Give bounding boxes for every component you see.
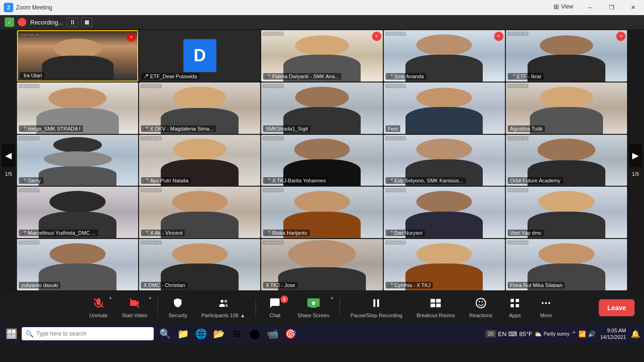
weather-desc: Partly sunny — [544, 331, 570, 337]
video-cell-cynthia[interactable]: orbit Kick-off 🎤 Cynthia - X TKJ — [384, 239, 505, 290]
svg-point-21 — [545, 302, 547, 304]
reactions-button[interactable]: Reactions — [463, 295, 498, 321]
start-video-button[interactable]: Start Video ▲ — [116, 295, 153, 321]
mic-icon-12: 🎤 — [143, 178, 149, 183]
minimize-button[interactable]: ─ — [579, 0, 601, 15]
security-button[interactable]: Security — [163, 295, 193, 321]
unmute-button[interactable]: Unmute ▲ — [84, 295, 114, 321]
apps-button[interactable]: Apps — [501, 295, 529, 321]
clock[interactable]: 9:05 AM 14/12/2021 — [597, 327, 629, 341]
video-cell-ayu[interactable]: orbit Kick-off 🎤 Ayu Putri Natalia — [139, 135, 260, 186]
orbit-watermark-14: orbit Kick-off — [385, 136, 406, 140]
mic-muted-icon: 🎤 — [143, 74, 149, 79]
taskbar-search-box[interactable]: 🔍 — [22, 327, 154, 340]
video-cell-marcellinus[interactable]: orbit Kick-off 🎤 Marcellinus Yudhista_DM… — [17, 187, 138, 238]
more-icon — [540, 297, 552, 312]
next-page-button[interactable]: ▶ — [629, 144, 642, 167]
video-cell-helga[interactable]: orbit Kick-off 🎤 Helga_SMK STRADA I — [17, 82, 138, 134]
share-screen-button[interactable]: Share Screen ▲ — [292, 295, 335, 321]
prev-page-button[interactable]: ◀ — [2, 144, 15, 167]
mic-icon-3: 🎤 — [265, 74, 271, 79]
orbit-watermark-21: orbit Kick-off — [18, 240, 40, 245]
up-arrow-icon[interactable]: ⌃ — [571, 330, 577, 337]
orbit-watermark-11: orbit Kick-off — [18, 136, 40, 140]
video-cell-ikrar[interactable]: orbit Kick-off ❤ 🎤 ETF - Ikrar — [506, 30, 627, 82]
video-cell-gerry[interactable]: orbit Kick-off 🎤 Gerry — [17, 135, 138, 186]
network-icon[interactable]: 📶 — [578, 330, 586, 337]
pause-stop-recording-button[interactable]: Pause/Stop Recording — [345, 295, 408, 321]
video-cell-dwi[interactable]: orbit Kick-off 🎤 Dwi Nuryani — [384, 187, 505, 238]
video-cell-yuliyanto[interactable]: orbit Kick-off yuliyanto dasuki — [17, 239, 138, 290]
orbit-watermark-4: orbit Kick-off — [385, 32, 406, 36]
orbit-watermark-20: orbit Kick-off — [507, 188, 528, 192]
left-page-indicator: 1/5 — [5, 171, 12, 177]
maximize-button[interactable]: ❐ — [601, 0, 622, 15]
video-cell-agustina[interactable]: orbit Kick-off Agustina Tutik — [506, 82, 627, 134]
title-bar: Z Zoom Meeting ⊞ View ─ ❐ ✕ — [0, 0, 644, 15]
video-cell-jose[interactable]: orbit Kick-off X TKJ - Jose — [261, 239, 382, 290]
svg-rect-11 — [430, 304, 435, 307]
search-input[interactable] — [36, 330, 150, 337]
taskbar-zoom-app[interactable]: 📹 — [264, 325, 281, 342]
orbit-watermark-15: orbit Kick-off — [507, 136, 528, 140]
svg-point-20 — [542, 302, 544, 304]
taskbar-tiles-app[interactable]: ⊞ — [228, 325, 245, 342]
video-cell-barita[interactable]: orbit Kick-off 🎤 X TKJ-Barita Yohannes — [261, 135, 382, 186]
avatar-d: D — [183, 39, 216, 72]
language-indicator[interactable]: EN — [498, 330, 506, 337]
taskbar-extra-app[interactable]: 🎯 — [282, 325, 299, 342]
taskbar-edge-app[interactable]: 🌐 — [192, 325, 209, 342]
video-cell-vieri[interactable]: orbit Kick-off Vieri Yap dmc — [506, 187, 627, 238]
view-button[interactable]: ⊞ View — [553, 3, 573, 10]
svg-rect-8 — [377, 299, 379, 307]
breakout-rooms-button[interactable]: Breakout Rooms — [411, 295, 461, 321]
video-cell-christian[interactable]: orbit Kick-off X DMC - Christian — [139, 239, 260, 290]
taskbar-explorer-app[interactable]: 📂 — [210, 325, 227, 342]
recording-controls[interactable]: ⏸ ⏹ — [67, 17, 92, 27]
more-label: More — [540, 313, 552, 318]
svg-point-3 — [221, 300, 223, 303]
stop-recording-button[interactable]: ⏹ — [81, 17, 92, 27]
leave-button[interactable]: Leave — [599, 299, 635, 316]
video-cell-magdalena[interactable]: orbit Kick-off 🎤 X DKV - Magdalena Sima.… — [139, 82, 260, 134]
video-cell-riska[interactable]: orbit Kick-off 🎤 Riska Harijanto — [261, 187, 382, 238]
video-cell-sigit[interactable]: orbit Kick-off SMKStrada1_Sigit — [261, 82, 382, 134]
svg-point-13 — [476, 298, 486, 308]
video-cell-fidelia[interactable]: orbit Kick-off ❤ 🎤 Fidelia Dwiyanti - SM… — [261, 30, 382, 82]
orbit-watermark-9: orbit Kick-off — [385, 84, 406, 88]
video-cell-ira-utari[interactable]: orbit Kick-off ❤ Ira Utari — [17, 30, 138, 82]
close-button[interactable]: ✕ — [622, 0, 644, 15]
notification-count[interactable]: 20 — [486, 330, 496, 337]
taskbar-files-app[interactable]: 📁 — [174, 325, 191, 342]
mic-icon-7: 🎤 — [143, 126, 149, 131]
kick-off-badge-4: ❤ — [494, 32, 504, 41]
participants-button[interactable]: Participants 106 ▲ — [196, 295, 251, 321]
notifications-button[interactable]: 🔔 — [631, 329, 640, 338]
pause-recording-button[interactable]: ⏸ — [67, 17, 78, 27]
taskbar: 🪟 🔍 🔍 📁 🌐 📂 ⊞ ⬤ 📹 🎯 20 EN ⌨ 85°F ⛅ Partl… — [0, 324, 644, 343]
svg-rect-18 — [511, 304, 514, 307]
participant-name-10: Agustina Tutik — [508, 125, 545, 132]
video-cell-smk-ananda[interactable]: orbit Kick-off ❤ 🎤 Smk Ananda — [384, 30, 505, 82]
weather-temp: 85°F — [519, 330, 532, 337]
video-cell-flora[interactable]: orbit Kick-off Flora Rut Mika Silaban — [506, 239, 627, 290]
recording-bar: ✓ Recording... ⏸ ⏹ — [0, 15, 644, 29]
chat-button[interactable]: 2 Chat — [261, 295, 289, 321]
apps-label: Apps — [509, 313, 521, 318]
search-icon: 🔍 — [25, 330, 33, 337]
video-cell-feni[interactable]: orbit Kick-off Feni — [384, 82, 505, 134]
orbit-watermark-18: orbit Kick-off — [263, 188, 284, 192]
video-cell-edy[interactable]: orbit Kick-off 🎤 Edy Setyono, SMK Kanisi… — [384, 135, 505, 186]
taskbar-chrome-app[interactable]: ⬤ — [246, 325, 263, 342]
orbit-watermark-12: orbit Kick-off — [140, 136, 162, 140]
svg-rect-7 — [373, 299, 375, 307]
video-cell-orbit[interactable]: orbit Kick-off Orbit Future Academy — [506, 135, 627, 186]
volume-icon[interactable]: 🔊 — [588, 330, 595, 337]
more-button[interactable]: More — [532, 295, 560, 321]
participant-name-18: 🎤 Riska Harijanto — [263, 230, 310, 236]
taskbar-search-app[interactable]: 🔍 — [157, 325, 173, 342]
start-button[interactable]: 🪟 — [2, 325, 21, 342]
mic-icon-19: 🎤 — [388, 230, 393, 235]
video-cell-vincent[interactable]: orbit Kick-off 🎤 X Ak - Vincent — [139, 187, 260, 238]
video-cell-dewi[interactable]: D 🎤 ETF_Dewi Praswida — [139, 30, 260, 82]
